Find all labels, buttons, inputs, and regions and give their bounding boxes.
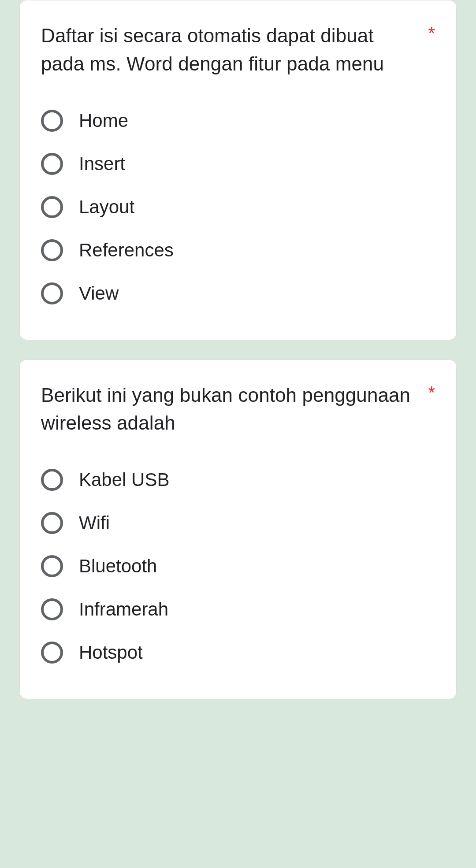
option-label: Kabel USB bbox=[79, 469, 169, 490]
question-card: Daftar isi secara otomatis dapat dibuat … bbox=[19, 0, 457, 340]
option-label: Insert bbox=[79, 153, 125, 174]
option-label: Layout bbox=[79, 197, 134, 218]
option-label: Bluetooth bbox=[79, 556, 157, 577]
radio-option[interactable]: References bbox=[41, 229, 435, 272]
radio-option[interactable]: Inframerah bbox=[41, 588, 435, 631]
radio-option[interactable]: Layout bbox=[41, 185, 435, 229]
option-label: References bbox=[79, 240, 174, 261]
question-header: Daftar isi secara otomatis dapat dibuat … bbox=[41, 22, 435, 78]
radio-icon bbox=[41, 282, 63, 304]
question-header: Berikut ini yang bukan contoh penggunaan… bbox=[41, 381, 435, 438]
question-text: Daftar isi secara otomatis dapat dibuat … bbox=[41, 22, 421, 78]
radio-icon bbox=[41, 512, 63, 534]
radio-icon bbox=[41, 196, 63, 218]
option-label: Hotspot bbox=[79, 642, 143, 663]
radio-icon bbox=[41, 110, 63, 132]
required-star: * bbox=[428, 22, 435, 42]
option-label: View bbox=[79, 283, 119, 304]
radio-option[interactable]: Hotspot bbox=[41, 631, 435, 674]
radio-icon bbox=[41, 598, 63, 620]
radio-option[interactable]: Home bbox=[41, 99, 435, 142]
radio-option[interactable]: Insert bbox=[41, 142, 435, 185]
option-label: Home bbox=[79, 110, 128, 131]
radio-icon bbox=[41, 153, 63, 175]
option-label: Inframerah bbox=[79, 599, 168, 620]
question-card: Berikut ini yang bukan contoh penggunaan… bbox=[19, 360, 457, 700]
radio-option[interactable]: Bluetooth bbox=[41, 545, 435, 588]
required-star: * bbox=[428, 381, 435, 401]
question-text: Berikut ini yang bukan contoh penggunaan… bbox=[41, 381, 421, 438]
radio-option[interactable]: View bbox=[41, 272, 435, 315]
radio-icon bbox=[41, 555, 63, 577]
radio-option[interactable]: Wifi bbox=[41, 501, 435, 545]
radio-icon bbox=[41, 642, 63, 664]
radio-icon bbox=[41, 239, 63, 261]
radio-option[interactable]: Kabel USB bbox=[41, 458, 435, 501]
radio-icon bbox=[41, 469, 63, 491]
option-label: Wifi bbox=[79, 512, 110, 534]
